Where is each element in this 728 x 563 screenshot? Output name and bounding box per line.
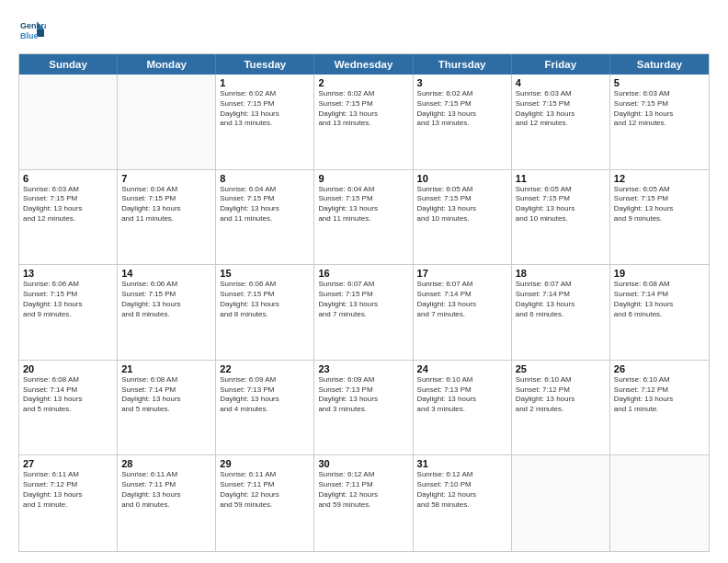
day-number: 14: [121, 268, 211, 279]
day-cell-12: 12Sunrise: 6:05 AM Sunset: 7:15 PM Dayli…: [610, 170, 709, 265]
day-number: 28: [121, 458, 211, 469]
empty-cell: [610, 455, 709, 551]
day-cell-1: 1Sunrise: 6:02 AM Sunset: 7:15 PM Daylig…: [216, 75, 314, 169]
day-number: 11: [516, 173, 606, 184]
day-number: 19: [614, 268, 705, 279]
day-info: Sunrise: 6:06 AM Sunset: 7:15 PM Dayligh…: [121, 280, 211, 319]
day-info: Sunrise: 6:09 AM Sunset: 7:13 PM Dayligh…: [318, 375, 408, 415]
day-cell-24: 24Sunrise: 6:10 AM Sunset: 7:13 PM Dayli…: [414, 361, 512, 455]
day-number: 27: [23, 458, 113, 469]
day-info: Sunrise: 6:05 AM Sunset: 7:15 PM Dayligh…: [417, 185, 507, 224]
day-cell-27: 27Sunrise: 6:11 AM Sunset: 7:12 PM Dayli…: [19, 455, 118, 551]
calendar: SundayMondayTuesdayWednesdayThursdayFrid…: [18, 53, 710, 552]
day-cell-3: 3Sunrise: 6:02 AM Sunset: 7:15 PM Daylig…: [414, 75, 512, 169]
day-info: Sunrise: 6:11 AM Sunset: 7:11 PM Dayligh…: [121, 470, 211, 510]
logo-icon: General Blue: [18, 17, 46, 44]
day-info: Sunrise: 6:04 AM Sunset: 7:15 PM Dayligh…: [318, 185, 408, 224]
day-cell-26: 26Sunrise: 6:10 AM Sunset: 7:12 PM Dayli…: [610, 361, 709, 455]
day-cell-5: 5Sunrise: 6:03 AM Sunset: 7:15 PM Daylig…: [610, 75, 709, 169]
day-header-thursday: Thursday: [414, 54, 512, 75]
day-info: Sunrise: 6:07 AM Sunset: 7:14 PM Dayligh…: [417, 280, 507, 319]
calendar-row-1: 1Sunrise: 6:02 AM Sunset: 7:15 PM Daylig…: [19, 75, 709, 170]
day-header-saturday: Saturday: [610, 54, 709, 75]
day-info: Sunrise: 6:05 AM Sunset: 7:15 PM Dayligh…: [614, 185, 705, 224]
day-header-tuesday: Tuesday: [216, 54, 314, 75]
day-number: 10: [417, 173, 507, 184]
day-info: Sunrise: 6:02 AM Sunset: 7:15 PM Dayligh…: [417, 89, 507, 129]
day-info: Sunrise: 6:03 AM Sunset: 7:15 PM Dayligh…: [23, 185, 113, 224]
svg-text:Blue: Blue: [20, 31, 39, 40]
day-cell-2: 2Sunrise: 6:02 AM Sunset: 7:15 PM Daylig…: [314, 75, 413, 169]
day-info: Sunrise: 6:02 AM Sunset: 7:15 PM Dayligh…: [318, 89, 408, 129]
day-cell-20: 20Sunrise: 6:08 AM Sunset: 7:14 PM Dayli…: [19, 361, 118, 455]
day-info: Sunrise: 6:10 AM Sunset: 7:13 PM Dayligh…: [417, 375, 507, 415]
day-number: 5: [614, 77, 705, 88]
day-number: 23: [318, 363, 408, 374]
day-info: Sunrise: 6:08 AM Sunset: 7:14 PM Dayligh…: [23, 375, 113, 415]
day-number: 7: [121, 173, 211, 184]
empty-cell: [19, 75, 118, 169]
day-cell-6: 6Sunrise: 6:03 AM Sunset: 7:15 PM Daylig…: [19, 170, 118, 265]
day-cell-13: 13Sunrise: 6:06 AM Sunset: 7:15 PM Dayli…: [19, 265, 118, 360]
day-cell-18: 18Sunrise: 6:07 AM Sunset: 7:14 PM Dayli…: [512, 265, 610, 360]
day-number: 8: [220, 173, 310, 184]
calendar-row-2: 6Sunrise: 6:03 AM Sunset: 7:15 PM Daylig…: [19, 170, 709, 266]
day-info: Sunrise: 6:11 AM Sunset: 7:11 PM Dayligh…: [220, 470, 310, 510]
day-cell-8: 8Sunrise: 6:04 AM Sunset: 7:15 PM Daylig…: [216, 170, 314, 265]
day-cell-14: 14Sunrise: 6:06 AM Sunset: 7:15 PM Dayli…: [118, 265, 216, 360]
day-cell-22: 22Sunrise: 6:09 AM Sunset: 7:13 PM Dayli…: [216, 361, 314, 455]
day-header-monday: Monday: [118, 54, 216, 75]
calendar-header: SundayMondayTuesdayWednesdayThursdayFrid…: [19, 54, 709, 75]
day-cell-9: 9Sunrise: 6:04 AM Sunset: 7:15 PM Daylig…: [314, 170, 413, 265]
day-info: Sunrise: 6:06 AM Sunset: 7:15 PM Dayligh…: [23, 280, 113, 319]
day-cell-31: 31Sunrise: 6:12 AM Sunset: 7:10 PM Dayli…: [414, 455, 512, 551]
day-number: 24: [417, 363, 507, 374]
day-number: 21: [121, 363, 211, 374]
day-info: Sunrise: 6:08 AM Sunset: 7:14 PM Dayligh…: [614, 280, 705, 319]
day-info: Sunrise: 6:07 AM Sunset: 7:14 PM Dayligh…: [516, 280, 606, 319]
day-cell-25: 25Sunrise: 6:10 AM Sunset: 7:12 PM Dayli…: [512, 361, 610, 455]
day-info: Sunrise: 6:07 AM Sunset: 7:15 PM Dayligh…: [318, 280, 408, 319]
day-info: Sunrise: 6:02 AM Sunset: 7:15 PM Dayligh…: [220, 89, 310, 129]
day-cell-23: 23Sunrise: 6:09 AM Sunset: 7:13 PM Dayli…: [314, 361, 413, 455]
day-number: 16: [318, 268, 408, 279]
page: General Blue SundayMondayTuesdayWednesda…: [0, 0, 728, 563]
day-info: Sunrise: 6:05 AM Sunset: 7:15 PM Dayligh…: [516, 185, 606, 224]
day-number: 1: [220, 77, 310, 88]
day-cell-17: 17Sunrise: 6:07 AM Sunset: 7:14 PM Dayli…: [414, 265, 512, 360]
day-info: Sunrise: 6:04 AM Sunset: 7:15 PM Dayligh…: [121, 185, 211, 224]
day-info: Sunrise: 6:03 AM Sunset: 7:15 PM Dayligh…: [614, 89, 705, 129]
day-cell-10: 10Sunrise: 6:05 AM Sunset: 7:15 PM Dayli…: [414, 170, 512, 265]
day-cell-21: 21Sunrise: 6:08 AM Sunset: 7:14 PM Dayli…: [118, 361, 216, 455]
day-number: 31: [417, 458, 507, 469]
day-number: 29: [220, 458, 310, 469]
day-cell-7: 7Sunrise: 6:04 AM Sunset: 7:15 PM Daylig…: [118, 170, 216, 265]
day-number: 25: [516, 363, 606, 374]
day-number: 2: [318, 77, 408, 88]
day-cell-29: 29Sunrise: 6:11 AM Sunset: 7:11 PM Dayli…: [216, 455, 314, 551]
day-cell-11: 11Sunrise: 6:05 AM Sunset: 7:15 PM Dayli…: [512, 170, 610, 265]
header: General Blue: [18, 17, 710, 44]
calendar-row-4: 20Sunrise: 6:08 AM Sunset: 7:14 PM Dayli…: [19, 361, 709, 456]
day-number: 26: [614, 363, 705, 374]
day-info: Sunrise: 6:08 AM Sunset: 7:14 PM Dayligh…: [121, 375, 211, 415]
day-number: 12: [614, 173, 705, 184]
day-number: 22: [220, 363, 310, 374]
day-cell-4: 4Sunrise: 6:03 AM Sunset: 7:15 PM Daylig…: [512, 75, 610, 169]
day-info: Sunrise: 6:12 AM Sunset: 7:10 PM Dayligh…: [417, 470, 507, 510]
day-cell-19: 19Sunrise: 6:08 AM Sunset: 7:14 PM Dayli…: [610, 265, 709, 360]
day-number: 9: [318, 173, 408, 184]
day-number: 18: [516, 268, 606, 279]
day-info: Sunrise: 6:04 AM Sunset: 7:15 PM Dayligh…: [220, 185, 310, 224]
day-number: 6: [23, 173, 113, 184]
day-cell-30: 30Sunrise: 6:12 AM Sunset: 7:11 PM Dayli…: [314, 455, 413, 551]
day-header-friday: Friday: [512, 54, 610, 75]
day-header-wednesday: Wednesday: [314, 54, 413, 75]
day-info: Sunrise: 6:06 AM Sunset: 7:15 PM Dayligh…: [220, 280, 310, 319]
calendar-row-5: 27Sunrise: 6:11 AM Sunset: 7:12 PM Dayli…: [19, 455, 709, 551]
day-number: 3: [417, 77, 507, 88]
svg-text:General: General: [20, 21, 46, 30]
day-info: Sunrise: 6:09 AM Sunset: 7:13 PM Dayligh…: [220, 375, 310, 415]
day-info: Sunrise: 6:10 AM Sunset: 7:12 PM Dayligh…: [614, 375, 705, 415]
day-cell-28: 28Sunrise: 6:11 AM Sunset: 7:11 PM Dayli…: [118, 455, 216, 551]
